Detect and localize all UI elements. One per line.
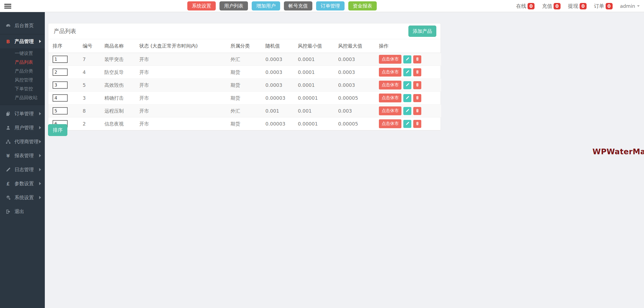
sidebar-item-label: 参数设置 [14,180,34,187]
sidebar-item-order-management[interactable]: 订单管理 [0,107,45,121]
stat-label: 在线 [516,3,526,10]
pencil-icon [405,57,409,62]
chevron-right-icon [39,168,41,171]
sidebar-item-report-management[interactable]: ¥报表管理 [0,149,45,163]
sort-input[interactable] [53,107,68,114]
quick-button-2[interactable]: 用户列表 [219,1,248,10]
sort-cell [48,79,80,92]
actions-cell: 点击休市 [377,117,441,130]
chevron-right-icon [39,154,41,157]
sidebar-subitem-product-category[interactable]: 产品分类 [0,67,45,76]
close-market-button[interactable]: 点击休市 [379,94,401,102]
sidebar-subitem-product-recycle-bin[interactable]: 产品回收站 [0,93,45,102]
no-cell: 8 [80,105,102,117]
random-cell: 0.0003 [263,53,296,66]
admin-dropdown[interactable]: admin [620,3,640,9]
close-market-button[interactable]: 点击休市 [379,106,401,115]
sort-input[interactable] [53,94,68,102]
page-title: 产品列表 [54,27,76,35]
sidebar-item-agent-management[interactable]: 代理商管理 [0,135,45,149]
trash-icon [415,96,419,101]
topbar-stat-2[interactable]: 充值0 [542,3,561,10]
sidebar-subitem-order-control[interactable]: 下单管控 [0,84,45,93]
table-row: 5高效毁伤开市期货0.00030.00010.0003点击休市 [48,79,441,92]
table-header-row: 排序编号商品名称状态 (大盘正常开市时间内)所属分类随机值风控最小值风控最大值操… [48,39,441,53]
random-cell: 0.00003 [263,92,296,105]
delete-button[interactable] [413,120,421,128]
sort-cell [48,66,80,79]
no-cell: 4 [80,66,102,79]
topbar-right: 在线0充值0提现0订单0 admin [516,0,640,12]
delete-button[interactable] [413,55,421,63]
topbar-stat-1[interactable]: 在线0 [516,3,535,10]
close-market-button[interactable]: 点击休市 [379,81,401,89]
quick-button-4[interactable]: 帐号充值 [284,1,312,10]
close-market-button[interactable]: 点击休市 [379,119,401,128]
random-cell: 0.0003 [263,79,296,92]
quick-button-5[interactable]: 订单管理 [316,1,345,10]
quick-button-6[interactable]: 资金报表 [348,1,377,10]
sort-input[interactable] [53,81,68,89]
actions-cell: 点击休市 [377,79,441,92]
delete-button[interactable] [413,94,421,102]
edit-button[interactable] [403,81,411,89]
sort-input[interactable] [53,69,68,76]
topbar-stat-3[interactable]: 提现0 [568,3,587,10]
status-cell: 开市 [137,66,228,79]
close-market-button[interactable]: 点击休市 [379,55,401,64]
trash-icon [415,121,419,126]
sidebar-item-log-management[interactable]: 日志管理 [0,163,45,177]
sidebar-item-label: 用户管理 [14,124,34,131]
sort-button[interactable]: 排序 [48,124,67,136]
edit-button[interactable] [403,68,411,76]
edit-button[interactable] [403,55,411,63]
quick-button-1[interactable]: 系统设置 [187,1,216,10]
category-cell: 期货 [228,79,263,92]
sidebar-subitem-product-list[interactable]: 产品列表 [0,58,45,67]
chevron-down-icon [637,5,640,7]
sidebar-item-dashboard[interactable]: 后台首页 [0,19,45,33]
pencil-icon [5,167,11,172]
no-cell: 3 [80,92,102,105]
quick-button-3[interactable]: 增加用户 [252,1,280,10]
no-cell: 7 [80,53,102,66]
stat-label: 充值 [542,3,552,10]
category-cell: 外汇 [228,105,263,117]
sidebar-item-logout[interactable]: 退出 [0,205,45,219]
edit-button[interactable] [403,120,411,128]
close-market-button[interactable]: 点击休市 [379,68,401,77]
category-cell: 外汇 [228,53,263,66]
table-column-header: 风控最大值 [336,39,377,53]
sidebar-item-user-management[interactable]: 用户管理 [0,121,45,135]
topbar-stat-4[interactable]: 订单0 [594,3,613,10]
sidebar-item-product-management[interactable]: B产品管理 [0,34,45,48]
files-icon [5,111,11,116]
actions-cell: 点击休市 [377,105,441,117]
panel-header: 产品列表 添加产品 [48,23,441,39]
risk-min-cell: 0.00001 [296,117,336,130]
sidebar-item-label: 产品管理 [14,38,34,45]
sidebar-item-system-settings[interactable]: 系统设置 [0,191,45,205]
edit-button[interactable] [403,94,411,102]
table-row: 3精确打击开市期货0.000030.000010.00005点击休市 [48,92,441,105]
trash-icon [415,57,419,62]
delete-button[interactable] [413,107,421,115]
chevron-right-icon [39,196,41,199]
status-cell: 开市 [137,92,228,105]
sidebar-subitem-one-key-settings[interactable]: 一键设置 [0,49,45,58]
sort-cell [48,92,80,105]
add-product-button[interactable]: 添加产品 [408,26,436,37]
sidebar-submenu: 一键设置产品列表产品分类风控管理下单管控产品回收站 [0,48,45,105]
sidebar: 后台首页B产品管理一键设置产品列表产品分类风控管理下单管控产品回收站订单管理用户… [0,12,45,308]
delete-button[interactable] [413,81,421,89]
chevron-right-icon [39,40,41,43]
user-icon [5,125,11,130]
sidebar-item-label: 报表管理 [14,152,34,159]
delete-button[interactable] [413,68,421,76]
sidebar-item-parameter-settings[interactable]: £参数设置 [0,177,45,191]
sidebar-subitem-risk-management[interactable]: 风控管理 [0,76,45,84]
menu-toggle-icon[interactable] [4,3,11,9]
edit-button[interactable] [403,107,411,115]
sort-input[interactable] [53,56,68,63]
pound-icon: £ [5,181,11,187]
